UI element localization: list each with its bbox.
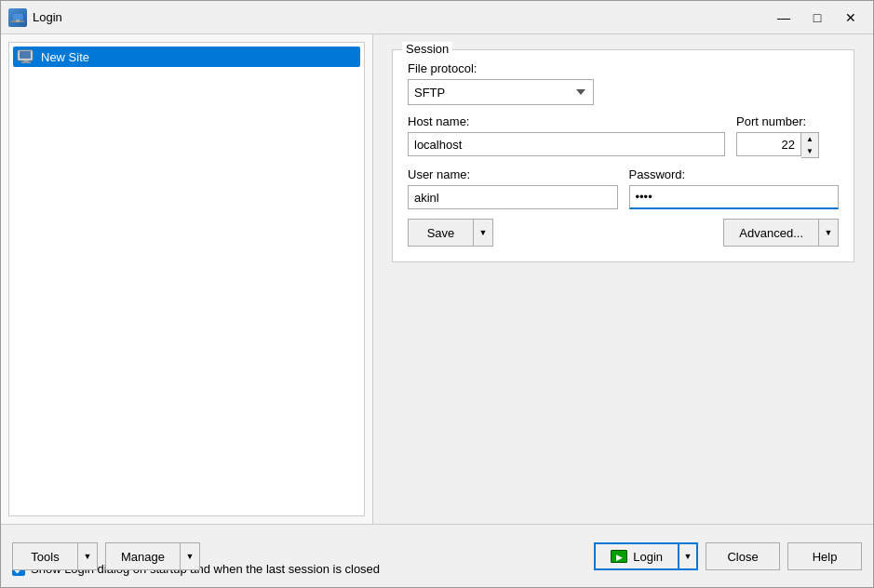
login-button-label: Login bbox=[633, 550, 663, 564]
window-title: Login bbox=[33, 10, 769, 24]
svg-rect-2 bbox=[16, 20, 20, 22]
user-name-col: User name: bbox=[408, 167, 618, 209]
save-button[interactable]: Save bbox=[408, 219, 473, 247]
manage-button[interactable]: Manage bbox=[105, 542, 180, 570]
manage-split-btn: Manage ▼ bbox=[105, 542, 200, 570]
port-spin-buttons: ▲ ▼ bbox=[801, 132, 819, 158]
tools-dropdown-button[interactable]: ▼ bbox=[77, 542, 98, 570]
port-input-wrapper: ▲ ▼ bbox=[736, 132, 839, 158]
maximize-button[interactable]: □ bbox=[802, 5, 832, 31]
session-group: Session File protocol: SFTP FTP FTPS SCP… bbox=[392, 49, 854, 262]
password-col: Password: bbox=[629, 167, 840, 209]
port-input[interactable] bbox=[736, 132, 801, 156]
user-pass-row: User name: Password: bbox=[408, 167, 839, 209]
host-port-row: Host name: Port number: ▲ ▼ bbox=[408, 114, 839, 158]
password-label: Password: bbox=[629, 167, 840, 181]
close-button-footer[interactable]: Close bbox=[706, 542, 780, 570]
bottom-right-buttons: ▶ Login ▼ Close Help bbox=[594, 542, 862, 570]
bottom-left-buttons: Tools ▼ Manage ▼ bbox=[12, 542, 200, 570]
svg-rect-4 bbox=[20, 51, 31, 59]
session-group-label: Session bbox=[402, 42, 452, 56]
window-controls: — □ ✕ bbox=[769, 5, 866, 31]
port-spin-up[interactable]: ▲ bbox=[801, 133, 818, 145]
login-button[interactable]: ▶ Login bbox=[594, 542, 678, 570]
file-protocol-label: File protocol: bbox=[408, 61, 839, 75]
port-number-label: Port number: bbox=[736, 114, 839, 128]
window-footer: Show Login dialog on startup and when th… bbox=[1, 524, 873, 587]
login-split-btn: ▶ Login ▼ bbox=[594, 542, 698, 570]
advanced-dropdown-button[interactable]: ▼ bbox=[818, 219, 839, 247]
advanced-split-btn: Advanced... ▼ bbox=[723, 219, 839, 247]
app-icon bbox=[8, 8, 27, 27]
svg-rect-0 bbox=[12, 13, 23, 20]
login-dropdown-button[interactable]: ▼ bbox=[678, 542, 698, 570]
svg-rect-6 bbox=[21, 62, 31, 64]
host-name-col: Host name: bbox=[408, 114, 725, 158]
left-panel: New Site bbox=[1, 34, 373, 524]
svg-rect-5 bbox=[23, 60, 29, 62]
site-tree: New Site bbox=[8, 42, 365, 516]
user-name-input[interactable] bbox=[408, 185, 618, 209]
manage-dropdown-button[interactable]: ▼ bbox=[180, 542, 200, 570]
file-protocol-row: File protocol: SFTP FTP FTPS SCP WebDAV … bbox=[408, 61, 839, 105]
title-bar: Login — □ ✕ bbox=[1, 1, 873, 34]
right-panel: Session File protocol: SFTP FTP FTPS SCP… bbox=[373, 34, 873, 524]
close-button[interactable]: ✕ bbox=[836, 5, 866, 31]
help-button[interactable]: Help bbox=[787, 542, 862, 570]
port-spin-down[interactable]: ▼ bbox=[801, 145, 818, 157]
save-dropdown-button[interactable]: ▼ bbox=[473, 219, 493, 247]
tools-button[interactable]: Tools bbox=[12, 542, 77, 570]
save-split-btn: Save ▼ bbox=[408, 219, 493, 247]
main-content: New Site Session File protocol: SFTP FTP… bbox=[1, 34, 873, 524]
host-name-label: Host name: bbox=[408, 114, 725, 128]
password-input[interactable] bbox=[629, 185, 840, 209]
port-number-col: Port number: ▲ ▼ bbox=[736, 114, 839, 158]
login-icon: ▶ bbox=[611, 550, 627, 563]
host-name-input[interactable] bbox=[408, 132, 725, 156]
new-site-item[interactable]: New Site bbox=[13, 47, 360, 67]
monitor-icon bbox=[17, 49, 35, 64]
file-protocol-select[interactable]: SFTP FTP FTPS SCP WebDAV S3 bbox=[408, 79, 594, 105]
session-buttons-row: Save ▼ Advanced... ▼ bbox=[408, 219, 839, 247]
advanced-button[interactable]: Advanced... bbox=[723, 219, 818, 247]
new-site-label: New Site bbox=[41, 50, 89, 64]
minimize-button[interactable]: — bbox=[769, 5, 799, 31]
user-name-label: User name: bbox=[408, 167, 618, 181]
tools-split-btn: Tools ▼ bbox=[12, 542, 98, 570]
login-window: Login — □ ✕ New Site bbox=[0, 0, 874, 588]
